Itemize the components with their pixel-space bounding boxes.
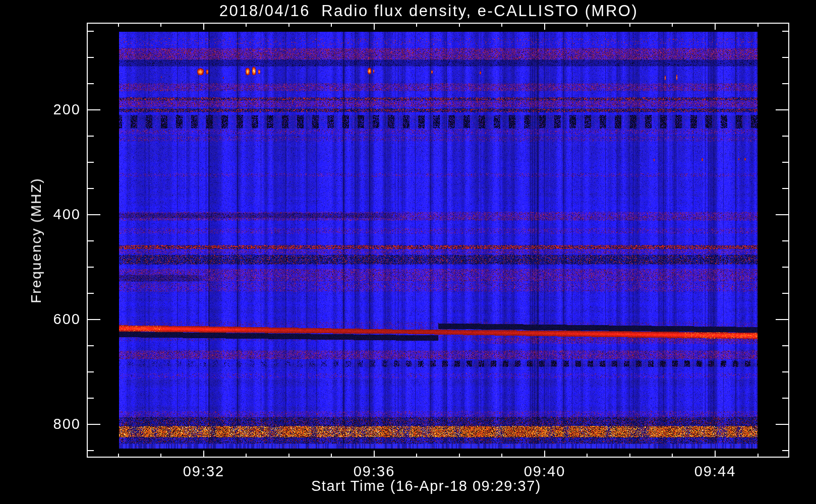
y-tick-label-200: 200 [30, 101, 81, 118]
y-tick-label-400: 400 [30, 206, 81, 223]
x-tick-label-09:40: 09:40 [504, 463, 585, 480]
x-tick-label-09:36: 09:36 [334, 463, 415, 480]
spectrogram-canvas [119, 32, 757, 449]
x-tick-label-09:44: 09:44 [675, 463, 755, 480]
y-axis-title: Frequency (MHZ) [28, 177, 44, 303]
x-axis-title: Start Time (16-Apr-18 09:29:37) [44, 478, 808, 494]
y-tick-label-600: 600 [30, 311, 81, 328]
y-tick-label-800: 800 [30, 416, 81, 432]
plot-title: 2018/04/16 Radio flux density, e-CALLIST… [0, 2, 816, 20]
x-tick-label-09:32: 09:32 [163, 463, 244, 480]
spectrogram-figure: 2018/04/16 Radio flux density, e-CALLIST… [0, 0, 816, 504]
